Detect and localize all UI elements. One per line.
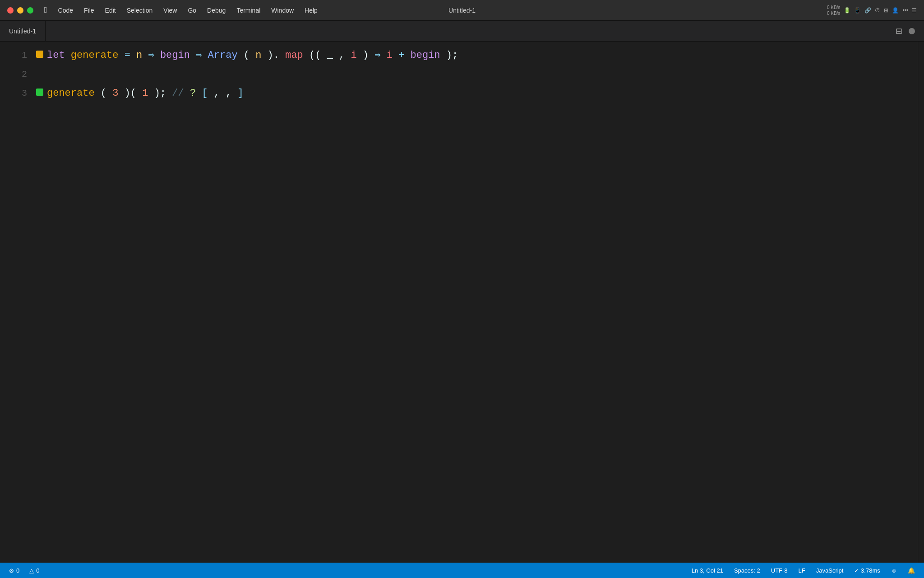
errors-item[interactable]: ⊗ 0 (7, 567, 21, 574)
line-deco-3 (36, 84, 47, 103)
language-label: JavaScript (816, 567, 844, 574)
menu-file[interactable]: File (79, 5, 99, 16)
clock-icon: ⏱ (875, 7, 880, 14)
menu-debug[interactable]: Debug (203, 5, 230, 16)
status-right: Ln 3, Col 21 Spaces: 2 UTF-8 LF JavaScri… (690, 567, 917, 574)
grid-icon: ⊞ (884, 7, 888, 14)
ln-col: Ln 3, Col 21 (692, 567, 723, 574)
close-button[interactable] (7, 7, 14, 14)
apple-menu[interactable]:  (40, 4, 52, 17)
tab-label: Untitled-1 (9, 28, 36, 35)
code-editor[interactable]: 1 let generate = n ⇒ begin (0, 42, 924, 563)
line-deco-1 (36, 46, 47, 65)
menu-selection[interactable]: Selection (122, 5, 157, 16)
split-editor-icon[interactable]: ⊟ (896, 26, 902, 36)
cursor-position[interactable]: Ln 3, Col 21 (690, 567, 725, 574)
tabbar: Untitled-1 ⊟ (0, 21, 924, 42)
language-mode[interactable]: JavaScript (814, 567, 845, 574)
titlebar-right: 0 KB/s 0 KB/s 🔋 📱 🔗 ⏱ ⊞ 👤 ••• ☰ (827, 5, 924, 16)
menu-view[interactable]: View (159, 5, 181, 16)
warning-count: 0 (36, 567, 39, 574)
breakpoint-orange (36, 51, 43, 58)
line-number-1: 1 (9, 46, 36, 65)
breakpoint-green (36, 89, 43, 96)
line-3-code: generate ( 3 )( 1 ); // ? [ , , ] (47, 84, 244, 103)
net-speed: 0 KB/s 0 KB/s (827, 5, 840, 16)
spaces-label: Spaces: 2 (734, 567, 760, 574)
eol-label: LF (799, 567, 805, 574)
tab-untitled-1[interactable]: Untitled-1 (0, 21, 46, 42)
warnings-item[interactable]: △ 0 (28, 567, 41, 574)
window-title: Untitled-1 (448, 7, 476, 14)
menu-window[interactable]: Window (267, 5, 298, 16)
code-lines: 1 let generate = n ⇒ begin (0, 46, 924, 558)
battery-icon: 🔋 (844, 7, 850, 14)
line-1-code: let generate = n ⇒ begin ⇒ Array ( (47, 46, 458, 65)
titlebar:  Code File Edit Selection View Go Debug… (0, 0, 924, 21)
scrollbar[interactable] (918, 42, 924, 563)
bell-icon: 🔔 (908, 567, 915, 574)
line-number-3: 3 (9, 84, 36, 103)
code-line-3: 3 generate ( 3 )( 1 ); // ? [ , , (9, 84, 915, 103)
encoding-label: UTF-8 (771, 567, 788, 574)
smiley-icon: ☺ (891, 567, 897, 574)
time-label: ✓ 3.78ms (854, 567, 880, 574)
indentation[interactable]: Spaces: 2 (732, 567, 762, 574)
link-icon: 🔗 (864, 7, 871, 14)
code-line-2: 2 (9, 65, 915, 84)
line-number-2: 2 (9, 65, 36, 84)
more-icon[interactable] (909, 28, 915, 34)
phone-icon: 📱 (854, 7, 861, 14)
dots-icon: ••• (902, 7, 908, 14)
traffic-lights (7, 7, 33, 14)
tab-actions: ⊟ (896, 26, 915, 36)
warning-icon: △ (29, 567, 34, 574)
timing[interactable]: ✓ 3.78ms (852, 567, 882, 574)
menu-go[interactable]: Go (183, 5, 201, 16)
maximize-button[interactable] (27, 7, 33, 14)
menu-bar:  Code File Edit Selection View Go Debug… (40, 4, 322, 17)
menu-help[interactable]: Help (300, 5, 322, 16)
editor-area: 1 let generate = n ⇒ begin (0, 42, 924, 563)
menu-terminal[interactable]: Terminal (232, 5, 265, 16)
notifications-icon[interactable]: 🔔 (906, 567, 917, 574)
menu-code[interactable]: Code (54, 5, 78, 16)
minimize-button[interactable] (17, 7, 23, 14)
code-line-1: 1 let generate = n ⇒ begin (9, 46, 915, 65)
eol[interactable]: LF (797, 567, 807, 574)
user-icon: 👤 (892, 7, 899, 14)
statusbar: ⊗ 0 △ 0 Ln 3, Col 21 Spaces: 2 UTF-8 LF … (0, 563, 924, 578)
feedback-icon[interactable]: ☺ (889, 567, 899, 574)
status-left: ⊗ 0 △ 0 (7, 567, 41, 574)
list-icon: ☰ (912, 7, 917, 14)
menu-edit[interactable]: Edit (101, 5, 120, 16)
error-count: 0 (16, 567, 19, 574)
encoding[interactable]: UTF-8 (769, 567, 790, 574)
error-icon: ⊗ (9, 567, 14, 574)
titlebar-left:  Code File Edit Selection View Go Debug… (0, 4, 322, 17)
